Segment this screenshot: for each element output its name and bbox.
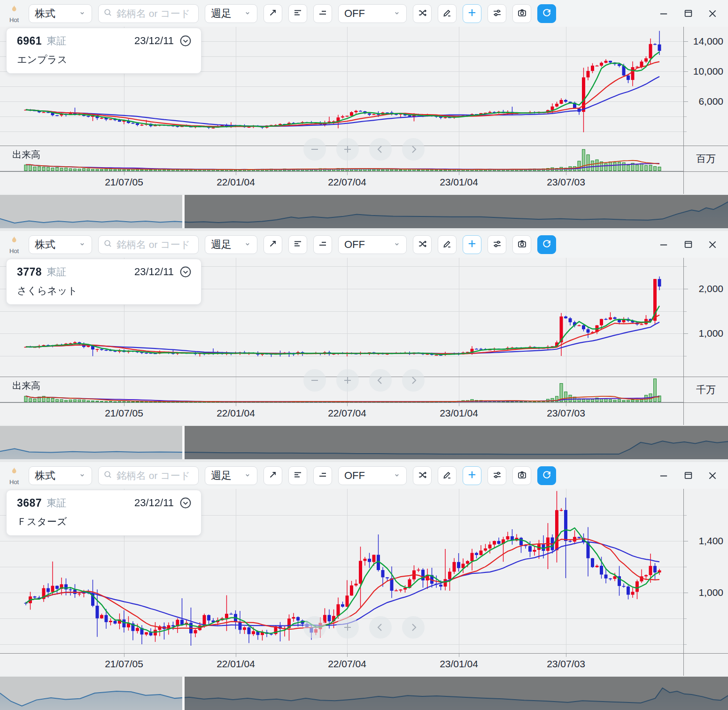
- screenshot-button[interactable]: [512, 4, 531, 23]
- minimize-button[interactable]: [658, 470, 670, 482]
- x-axis-corner: [683, 654, 728, 676]
- refresh-button[interactable]: [537, 4, 556, 23]
- market-select[interactable]: 株式: [29, 466, 92, 485]
- shuffle-icon: [418, 470, 427, 481]
- symbol-search: [98, 4, 199, 23]
- timeframe-select-value: 週足: [211, 469, 232, 483]
- y-axis-minor-tick: [684, 86, 687, 87]
- compare-button[interactable]: [413, 4, 432, 23]
- scale-left-button[interactable]: [288, 4, 307, 23]
- pan-right-button[interactable]: [402, 369, 425, 392]
- chevron-down-icon: [393, 8, 401, 20]
- scale-right-button[interactable]: [313, 235, 332, 254]
- restore-button[interactable]: [682, 8, 694, 20]
- hot-button[interactable]: Hot: [6, 466, 23, 485]
- x-axis-label: 23/01/04: [440, 177, 478, 188]
- x-axis-tick: [236, 654, 236, 657]
- scale-right-button[interactable]: [313, 4, 332, 23]
- date-dropdown-button[interactable]: [179, 497, 192, 509]
- minimize-button[interactable]: [658, 8, 670, 20]
- refresh-button[interactable]: [537, 466, 556, 485]
- x-axis-tick: [347, 172, 348, 175]
- close-button[interactable]: [706, 8, 719, 20]
- refresh-icon: [542, 239, 552, 250]
- market-select[interactable]: 株式: [29, 4, 92, 23]
- restore-button[interactable]: [682, 470, 694, 482]
- screenshot-button[interactable]: [512, 466, 531, 485]
- hot-button[interactable]: Hot: [6, 235, 23, 254]
- minimize-button[interactable]: [658, 239, 670, 251]
- settings-button[interactable]: [488, 4, 506, 23]
- indicator-select[interactable]: OFF: [338, 466, 407, 485]
- add-button[interactable]: [463, 235, 481, 254]
- pan-left-button[interactable]: [369, 369, 392, 392]
- zoom-out-button[interactable]: [303, 616, 326, 639]
- zoom-in-button[interactable]: [336, 138, 359, 161]
- close-button[interactable]: [706, 470, 719, 482]
- x-axis-label: 23/07/03: [547, 177, 585, 188]
- pan-left-button[interactable]: [369, 616, 392, 639]
- x-axis-tick: [566, 172, 566, 175]
- timeframe-select[interactable]: 週足: [205, 4, 257, 23]
- hot-label: Hot: [9, 248, 19, 254]
- pan-left-button[interactable]: [369, 138, 392, 161]
- pan-right-button[interactable]: [402, 616, 425, 639]
- draw-button[interactable]: [438, 466, 457, 485]
- symbol-search-input[interactable]: [116, 470, 194, 482]
- timeframe-select-value: 週足: [211, 238, 232, 252]
- symbol-search-input[interactable]: [116, 8, 194, 20]
- hot-button[interactable]: Hot: [6, 4, 23, 23]
- x-axis-label: 22/07/04: [328, 177, 366, 188]
- draw-button[interactable]: [438, 235, 457, 254]
- range-navigator-canvas[interactable]: [0, 426, 728, 459]
- scale-left-button[interactable]: [288, 235, 307, 254]
- close-button[interactable]: [706, 239, 719, 251]
- settings-button[interactable]: [488, 466, 506, 485]
- chart-window: Hot 株式 週足: [0, 462, 728, 710]
- settings-button[interactable]: [488, 235, 506, 254]
- add-button[interactable]: [463, 4, 481, 23]
- draw-button[interactable]: [438, 4, 457, 23]
- add-button[interactable]: [463, 466, 481, 485]
- y-axis-label: 1,000: [698, 328, 723, 339]
- market-select-value: 株式: [35, 7, 55, 21]
- trendline-button[interactable]: [263, 4, 282, 23]
- zoom-out-button[interactable]: [303, 369, 326, 392]
- symbol-name: Ｆスターズ: [17, 515, 192, 528]
- indicator-select[interactable]: OFF: [338, 4, 407, 23]
- chevron-down-icon: [393, 239, 401, 251]
- date-dropdown-button[interactable]: [179, 35, 192, 47]
- compare-button[interactable]: [413, 235, 432, 254]
- range-navigator-canvas[interactable]: [0, 195, 728, 228]
- refresh-button[interactable]: [537, 235, 556, 254]
- scale-right-button[interactable]: [313, 466, 332, 485]
- x-axis-tick: [459, 172, 459, 175]
- y-axis-label: 10,000: [693, 66, 723, 77]
- range-navigator-canvas[interactable]: [0, 677, 728, 710]
- x-axis-tick: [566, 654, 566, 657]
- x-axis-tick: [124, 172, 124, 175]
- restore-button[interactable]: [682, 239, 694, 251]
- market-select[interactable]: 株式: [29, 235, 92, 254]
- chevron-down-icon: [78, 470, 86, 482]
- timeframe-select[interactable]: 週足: [205, 466, 257, 485]
- zoom-in-button[interactable]: [336, 369, 359, 392]
- x-axis-label: 23/01/04: [440, 408, 478, 419]
- x-axis-tick: [124, 403, 124, 406]
- trendline-button[interactable]: [263, 235, 282, 254]
- timeframe-select[interactable]: 週足: [205, 235, 257, 254]
- zoom-out-button[interactable]: [303, 138, 326, 161]
- symbol-search-input[interactable]: [116, 239, 194, 251]
- compare-button[interactable]: [413, 466, 432, 485]
- y-axis-label: 6,000: [698, 96, 723, 107]
- pencil-icon: [442, 239, 452, 250]
- pan-right-button[interactable]: [402, 138, 425, 161]
- quote-date: 23/12/11: [134, 497, 174, 509]
- symbol-name: さくらネット: [17, 284, 192, 297]
- zoom-in-button[interactable]: [336, 616, 359, 639]
- date-dropdown-button[interactable]: [179, 266, 192, 278]
- scale-left-button[interactable]: [288, 466, 307, 485]
- indicator-select[interactable]: OFF: [338, 235, 407, 254]
- trendline-button[interactable]: [263, 466, 282, 485]
- screenshot-button[interactable]: [512, 235, 531, 254]
